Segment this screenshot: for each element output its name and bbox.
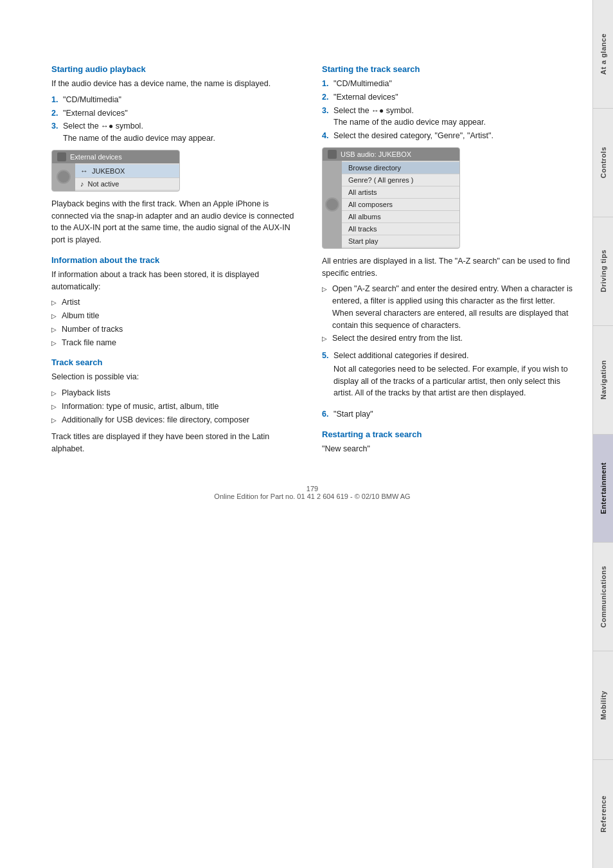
- section-track-search: Track search Selection is possible via: …: [51, 357, 303, 455]
- az-bullet-1: ▷ Open "A-Z search" and enter the desire…: [322, 283, 573, 331]
- az-tri-2: ▷: [322, 334, 332, 345]
- bullet-trackfile: ▷ Track file name: [51, 337, 303, 349]
- bullet-tracks: ▷ Number of tracks: [51, 323, 303, 336]
- tri-icon-2: ▷: [51, 311, 62, 322]
- sidebar-label-reference: Reference: [600, 795, 607, 833]
- audio-step-2: 2. "External devices": [51, 107, 303, 120]
- sts-step-6: 6. "Start play": [322, 408, 573, 420]
- usb-left-stripe: [323, 161, 342, 248]
- device-row-notactive: ♪ Not active: [75, 178, 179, 190]
- section-heading-info: Information about the track: [51, 255, 303, 265]
- audio-steps: 1. "CD/Multimedia" 2. "External devices"…: [51, 94, 303, 145]
- tri-icon-4: ▷: [51, 338, 62, 349]
- usb-device-body: Browse directory Genre? ( All genres ) A…: [323, 161, 459, 248]
- usb-row-tracks: All tracks: [342, 223, 459, 235]
- row-notactive-label: Not active: [88, 180, 120, 188]
- usb-device-rows: Browse directory Genre? ( All genres ) A…: [342, 161, 459, 248]
- page-number: 179: [306, 485, 318, 493]
- audio-intro: If the audio device has a device name, t…: [51, 78, 303, 90]
- row-arrow-symbol: ↔: [80, 167, 88, 176]
- section-starting-audio: Starting audio playback If the audio dev…: [51, 64, 303, 246]
- section-info-track: Information about the track If informati…: [51, 255, 303, 349]
- sidebar-tab-controls[interactable]: Controls: [593, 109, 613, 217]
- sidebar-label-driving-tips: Driving tips: [600, 249, 607, 293]
- footer-text: Online Edition for Part no. 01 41 2 604 …: [214, 493, 410, 500]
- start-ts-steps: 1. "CD/Multimedia" 2. "External devices"…: [322, 78, 573, 142]
- device-titlebar-usb: USB audio: JUKEBOX: [323, 148, 459, 161]
- sts-step5-list: 5. Select additional categories if desir…: [322, 350, 573, 403]
- section-heading-tracksearch: Track search: [51, 357, 303, 367]
- sidebar-tab-mobility[interactable]: Mobility: [593, 651, 613, 760]
- section-heading-audio: Starting audio playback: [51, 64, 303, 74]
- playback-note: Playback begins with the first track. Wh…: [51, 198, 303, 246]
- track-search-bullets: ▷ Playback lists ▷ Information: type of …: [51, 387, 303, 426]
- device-titlebar-external: External devices: [52, 150, 179, 163]
- arrow-symbol-right: ↔●: [371, 105, 384, 116]
- sidebar-label-controls: Controls: [600, 147, 607, 178]
- bullet-album: ▷ Album title: [51, 310, 303, 322]
- device-rows-external: ↔ JUKEBOX ♪ Not active: [75, 163, 179, 191]
- section-heading-start-ts: Starting the track search: [322, 64, 573, 74]
- az-tri-1: ▷: [322, 284, 332, 294]
- sts-step-5: 5. Select additional categories if desir…: [322, 350, 573, 403]
- restarting-text: "New search": [322, 443, 573, 455]
- sidebar: At a glance Controls Driving tips Naviga…: [592, 0, 613, 868]
- usb-knob: [325, 197, 339, 212]
- sidebar-label-communications: Communications: [600, 566, 607, 628]
- device-icon: [57, 152, 66, 161]
- section-start-track-search: Starting the track search 1. "CD/Multime…: [322, 64, 573, 420]
- ts-bullet-3: ▷ Additionally for USB devices: file dir…: [51, 414, 303, 426]
- sidebar-label-entertainment: Entertainment: [600, 462, 607, 514]
- device-body-external: ↔ JUKEBOX ♪ Not active: [52, 163, 179, 191]
- sts-step-4: 4. Select the desired category, "Genre",…: [322, 130, 573, 142]
- usb-row-startplay: Start play: [342, 235, 459, 247]
- tri-icon-1: ▷: [51, 298, 62, 309]
- device-mockup-usb: USB audio: JUKEBOX Browse directory Genr…: [322, 147, 460, 249]
- ts-bullet-1: ▷ Playback lists: [51, 387, 303, 399]
- sts-step-1: 1. "CD/Multimedia": [322, 78, 573, 90]
- right-column: Starting the track search 1. "CD/Multime…: [322, 64, 573, 459]
- sidebar-tab-communications[interactable]: Communications: [593, 543, 613, 651]
- sidebar-tab-entertainment[interactable]: Entertainment: [593, 435, 613, 543]
- usb-row-browse: Browse directory: [342, 162, 459, 174]
- usb-row-genre: Genre? ( All genres ): [342, 174, 459, 186]
- sidebar-label-mobility: Mobility: [600, 691, 607, 720]
- left-column: Starting audio playback If the audio dev…: [51, 64, 303, 459]
- track-search-intro: Selection is possible via:: [51, 371, 303, 383]
- music-note-icon: ♪: [80, 180, 84, 188]
- sts-step6-list: 6. "Start play": [322, 408, 573, 420]
- section-restarting: Restarting a track search "New search": [322, 429, 573, 455]
- usb-row-artists: All artists: [342, 186, 459, 199]
- usb-device-title: USB audio: JUKEBOX: [341, 150, 411, 158]
- sidebar-tab-navigation[interactable]: Navigation: [593, 326, 613, 435]
- main-content: Starting audio playback If the audio dev…: [0, 0, 592, 868]
- two-col-layout: Starting audio playback If the audio dev…: [51, 64, 573, 459]
- step5-note: Not all categories need to be selected. …: [322, 363, 573, 399]
- sidebar-tab-driving-tips[interactable]: Driving tips: [593, 217, 613, 326]
- sidebar-tab-at-a-glance[interactable]: At a glance: [593, 0, 613, 109]
- device-mockup-external: External devices ↔ JUKEBOX: [51, 150, 180, 192]
- az-bullet-2: ▷ Select the desired entry from the list…: [322, 332, 573, 345]
- device-knob: [57, 170, 71, 184]
- sts-step-3: 3. Select the ↔● symbol.The name of the …: [322, 105, 573, 129]
- sidebar-label-at-a-glance: At a glance: [600, 33, 607, 75]
- row-jukebox-label: JUKEBOX: [92, 167, 125, 175]
- tri-icon-3: ▷: [51, 325, 62, 336]
- audio-step-3: 3. Select the ↔● symbol.The name of the …: [51, 120, 303, 145]
- device-title-text: External devices: [70, 153, 122, 161]
- sts-step-2: 2. "External devices": [322, 91, 573, 104]
- audio-step-1: 1. "CD/Multimedia": [51, 94, 303, 106]
- ts-tri-3: ▷: [51, 415, 62, 426]
- device-row-jukebox: ↔ JUKEBOX: [75, 165, 179, 178]
- info-track-bullets: ▷ Artist ▷ Album title ▷ Number of track…: [51, 296, 303, 348]
- ts-tri-2: ▷: [51, 402, 62, 413]
- bullet-artist: ▷ Artist: [51, 296, 303, 309]
- usb-row-composers: All composers: [342, 199, 459, 211]
- usb-row-albums: All albums: [342, 211, 459, 223]
- page-wrapper: Starting audio playback If the audio dev…: [0, 0, 613, 868]
- sidebar-tab-reference[interactable]: Reference: [593, 760, 613, 868]
- az-bullets: ▷ Open "A-Z search" and enter the desire…: [322, 283, 573, 345]
- arrow-symbol-left: ↔●: [101, 120, 113, 132]
- section-heading-restarting: Restarting a track search: [322, 429, 573, 439]
- track-search-note: Track titles are displayed if they have …: [51, 431, 303, 455]
